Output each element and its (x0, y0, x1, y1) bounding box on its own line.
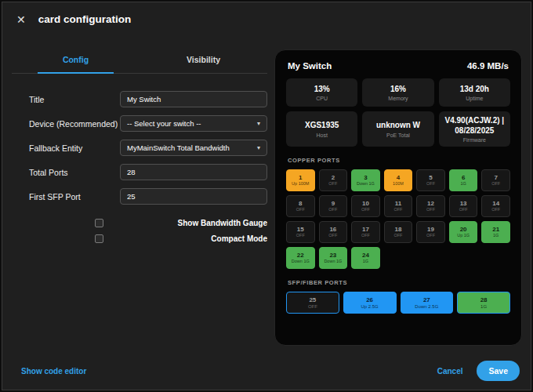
stat-label: Uptime (441, 96, 508, 101)
copper-port-tile[interactable]: 20 Up 1G (449, 221, 478, 243)
port-status: Up 2.5G (361, 304, 378, 309)
show-bandwidth-gauge-checkbox[interactable] (95, 219, 103, 227)
footer-actions: Cancel Save (437, 361, 520, 381)
save-button[interactable]: Save (477, 361, 520, 381)
copper-port-tile[interactable]: 1 Up 100M (286, 169, 315, 191)
sfp-ports-section-label: SFP/FIBER PORTS (288, 279, 509, 286)
port-number: 8 (299, 201, 302, 207)
port-number: 11 (395, 201, 401, 207)
stat-label: Host (288, 132, 355, 138)
port-status: OFF (308, 304, 317, 309)
title-input[interactable] (120, 91, 267, 107)
copper-port-tile[interactable]: 9 OFF (319, 195, 348, 217)
port-number: 24 (362, 252, 369, 259)
copper-port-tile[interactable]: 11 OFF (384, 195, 413, 217)
copper-port-tile[interactable]: 7 OFF (481, 169, 510, 191)
close-icon[interactable]: ✕ (16, 14, 26, 25)
copper-port-tile[interactable]: 5 OFF (416, 169, 445, 191)
show-code-editor-link[interactable]: Show code editor (21, 367, 86, 376)
copper-port-tile[interactable]: 17 OFF (351, 221, 380, 243)
bandwidth-readout: 46.9 MB/s (467, 61, 509, 71)
form-row-total-ports: Total Ports (29, 164, 267, 180)
port-number: 21 (492, 227, 499, 233)
config-panel: Config Visibility Title Device (Recommen… (12, 48, 267, 250)
compact-mode-label: Compact Mode (211, 234, 267, 243)
copper-port-tile[interactable]: 2 OFF (319, 169, 348, 191)
sfp-port-tile[interactable]: 26 Up 2.5G (343, 292, 397, 314)
form-row-first-sfp-port: First SFP Port (29, 188, 267, 205)
first-sfp-port-input[interactable] (120, 188, 267, 205)
port-number: 17 (362, 227, 369, 233)
port-number: 26 (366, 297, 373, 303)
port-number: 1 (299, 175, 302, 181)
port-status: Up 100M (292, 182, 309, 187)
port-number: 3 (364, 175, 367, 181)
stat-box: 16% Memory (362, 78, 433, 107)
tab-visibility[interactable]: Visibility (140, 48, 267, 73)
cancel-button[interactable]: Cancel (437, 367, 463, 376)
copper-port-tile[interactable]: 13 OFF (449, 195, 478, 217)
device-select[interactable]: -- Select your switch -- ▾ (120, 115, 267, 132)
stat-box: 13d 20h Uptime (439, 78, 510, 107)
switch-card-preview: My Switch 46.9 MB/s 13% CPU 16% Memory 1… (274, 49, 522, 346)
port-status: 1G (363, 260, 368, 264)
port-number: 9 (332, 201, 335, 207)
copper-port-tile[interactable]: 15 OFF (286, 221, 315, 243)
port-number: 25 (309, 297, 316, 303)
stat-box: V4.90(ACJW.2) | 08/28/2025 Firmware (439, 111, 510, 147)
port-number: 19 (427, 227, 434, 233)
copper-port-tile[interactable]: 16 OFF (319, 221, 348, 243)
port-status: Up 1G (457, 234, 470, 238)
copper-port-tile[interactable]: 24 1G (351, 247, 380, 269)
stat-value: 13d 20h (441, 85, 508, 95)
port-number: 7 (494, 175, 497, 181)
compact-mode-row: Compact Mode (95, 234, 267, 243)
compact-mode-checkbox[interactable] (95, 234, 103, 243)
device-select-value: -- Select your switch -- (127, 119, 201, 128)
copper-port-tile[interactable]: 23 Down 1G (319, 247, 348, 269)
fallback-entity-select[interactable]: MyMainSwitch Total Bandwidth ▾ (120, 140, 267, 156)
port-status: OFF (491, 182, 500, 187)
port-number: 15 (297, 227, 304, 233)
stat-value: 13% (288, 85, 355, 95)
port-status: Down 1G (357, 182, 375, 187)
port-number: 20 (460, 227, 467, 233)
chevron-down-icon: ▾ (257, 120, 260, 127)
copper-port-tile[interactable]: 6 1G (449, 169, 478, 191)
copper-port-tile[interactable]: 18 OFF (384, 221, 413, 243)
port-number: 18 (395, 227, 402, 233)
port-number: 2 (332, 175, 335, 181)
copper-port-tile[interactable]: 3 Down 1G (351, 169, 380, 191)
port-status: OFF (296, 208, 305, 212)
copper-port-tile[interactable]: 19 OFF (416, 221, 445, 243)
sfp-port-tile[interactable]: 28 1G (457, 292, 510, 314)
port-number: 27 (423, 297, 430, 303)
port-status: OFF (393, 208, 402, 212)
tab-config[interactable]: Config (12, 48, 140, 73)
stat-value: V4.90(ACJW.2) | 08/28/2025 (441, 116, 508, 136)
copper-port-tile[interactable]: 4 100M (384, 169, 413, 191)
copper-port-tile[interactable]: 12 OFF (416, 195, 445, 217)
first-sfp-port-label: First SFP Port (29, 192, 81, 201)
stat-label: Firmware (441, 137, 508, 143)
copper-port-tile[interactable]: 8 OFF (286, 195, 315, 217)
port-status: 1G (493, 234, 499, 238)
total-ports-label: Total Ports (29, 168, 68, 177)
port-status: OFF (426, 182, 435, 187)
port-status: Down 1G (292, 260, 310, 264)
stat-label: Memory (364, 96, 431, 101)
port-number: 23 (329, 252, 336, 259)
copper-port-tile[interactable]: 22 Down 1G (286, 247, 315, 269)
sfp-port-tile[interactable]: 27 Down 2.5G (401, 292, 454, 314)
copper-port-tile[interactable]: 10 OFF (351, 195, 380, 217)
sfp-port-tile[interactable]: 25 OFF (286, 292, 339, 314)
port-status: OFF (426, 208, 435, 212)
port-status: 1G (460, 182, 466, 187)
form-row-fallback-entity: Fallback Entity MyMainSwitch Total Bandw… (29, 140, 267, 156)
preview-switch-title: My Switch (288, 61, 332, 71)
copper-port-tile[interactable]: 21 1G (481, 221, 510, 243)
port-number: 22 (297, 252, 304, 259)
copper-port-tile[interactable]: 14 OFF (481, 195, 510, 217)
stat-value: unknown W (364, 121, 431, 131)
total-ports-input[interactable] (120, 164, 267, 180)
